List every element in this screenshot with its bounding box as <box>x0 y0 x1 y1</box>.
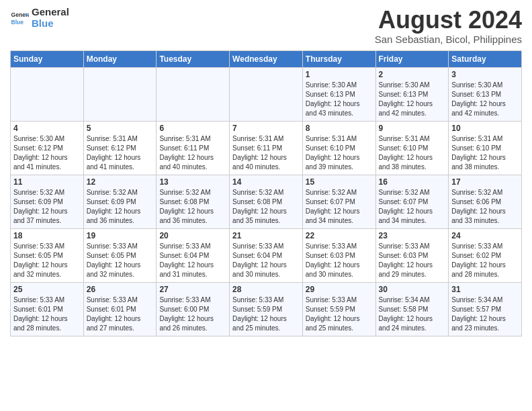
weekday-header: Saturday <box>449 50 522 67</box>
calendar-cell: 21 Sunrise: 5:33 AM Sunset: 6:04 PM Dayl… <box>230 228 303 282</box>
calendar-cell <box>83 67 157 121</box>
calendar-cell: 28 Sunrise: 5:33 AM Sunset: 5:59 PM Dayl… <box>230 282 303 336</box>
calendar-week-row: 4 Sunrise: 5:30 AM Sunset: 6:12 PM Dayli… <box>11 121 522 175</box>
day-detail: Sunrise: 5:31 AM Sunset: 6:10 PM Dayligh… <box>306 134 373 172</box>
weekday-header: Sunday <box>11 50 84 67</box>
weekday-header-row: SundayMondayTuesdayWednesdayThursdayFrid… <box>11 50 522 67</box>
calendar-cell: 16 Sunrise: 5:32 AM Sunset: 6:07 PM Dayl… <box>375 175 449 228</box>
logo-general: General <box>32 7 69 18</box>
day-number: 18 <box>13 231 81 240</box>
logo-icon: General Blue <box>10 9 29 28</box>
day-detail: Sunrise: 5:33 AM Sunset: 5:59 PM Dayligh… <box>306 295 373 333</box>
calendar-cell: 7 Sunrise: 5:31 AM Sunset: 6:11 PM Dayli… <box>230 121 303 175</box>
calendar-cell: 17 Sunrise: 5:32 AM Sunset: 6:06 PM Dayl… <box>449 175 522 228</box>
weekday-header: Thursday <box>302 50 375 67</box>
calendar-cell: 4 Sunrise: 5:30 AM Sunset: 6:12 PM Dayli… <box>11 121 84 175</box>
calendar-cell: 1 Sunrise: 5:30 AM Sunset: 6:13 PM Dayli… <box>302 67 375 121</box>
day-number: 27 <box>159 285 226 294</box>
calendar-cell: 31 Sunrise: 5:34 AM Sunset: 5:57 PM Dayl… <box>449 282 522 336</box>
day-detail: Sunrise: 5:33 AM Sunset: 5:59 PM Dayligh… <box>232 295 300 333</box>
day-number: 23 <box>379 231 446 240</box>
day-detail: Sunrise: 5:32 AM Sunset: 6:09 PM Dayligh… <box>87 188 154 226</box>
day-number: 9 <box>379 124 446 133</box>
day-number: 28 <box>232 285 300 294</box>
day-detail: Sunrise: 5:34 AM Sunset: 5:57 PM Dayligh… <box>451 295 519 333</box>
day-number: 26 <box>87 285 154 294</box>
day-number: 5 <box>87 124 154 133</box>
day-number: 8 <box>306 124 373 133</box>
day-number: 6 <box>159 124 226 133</box>
day-number: 3 <box>451 70 519 79</box>
day-number: 12 <box>87 177 154 187</box>
day-detail: Sunrise: 5:31 AM Sunset: 6:12 PM Dayligh… <box>87 134 154 172</box>
calendar-cell: 2 Sunrise: 5:30 AM Sunset: 6:13 PM Dayli… <box>375 67 449 121</box>
calendar-week-row: 11 Sunrise: 5:32 AM Sunset: 6:09 PM Dayl… <box>11 175 522 228</box>
day-detail: Sunrise: 5:33 AM Sunset: 6:03 PM Dayligh… <box>379 242 446 279</box>
calendar-cell: 12 Sunrise: 5:32 AM Sunset: 6:09 PM Dayl… <box>83 175 157 228</box>
day-detail: Sunrise: 5:33 AM Sunset: 6:04 PM Dayligh… <box>232 242 300 279</box>
weekday-header: Friday <box>375 50 449 67</box>
day-detail: Sunrise: 5:33 AM Sunset: 6:01 PM Dayligh… <box>87 295 154 333</box>
calendar-cell: 25 Sunrise: 5:33 AM Sunset: 6:01 PM Dayl… <box>11 282 84 336</box>
month-title: August 2024 <box>375 7 522 34</box>
calendar-cell: 11 Sunrise: 5:32 AM Sunset: 6:09 PM Dayl… <box>11 175 84 228</box>
day-number: 2 <box>379 70 446 79</box>
day-number: 22 <box>306 231 373 240</box>
calendar-cell: 22 Sunrise: 5:33 AM Sunset: 6:03 PM Dayl… <box>302 228 375 282</box>
day-detail: Sunrise: 5:33 AM Sunset: 6:05 PM Dayligh… <box>87 242 154 279</box>
day-number: 31 <box>451 285 519 294</box>
calendar-cell: 14 Sunrise: 5:32 AM Sunset: 6:08 PM Dayl… <box>230 175 303 228</box>
weekday-header: Tuesday <box>157 50 230 67</box>
calendar-week-row: 1 Sunrise: 5:30 AM Sunset: 6:13 PM Dayli… <box>11 67 522 121</box>
day-detail: Sunrise: 5:32 AM Sunset: 6:07 PM Dayligh… <box>379 188 446 226</box>
calendar-cell: 6 Sunrise: 5:31 AM Sunset: 6:11 PM Dayli… <box>157 121 230 175</box>
svg-text:Blue: Blue <box>11 18 24 25</box>
calendar-cell: 8 Sunrise: 5:31 AM Sunset: 6:10 PM Dayli… <box>302 121 375 175</box>
day-detail: Sunrise: 5:34 AM Sunset: 5:58 PM Dayligh… <box>379 295 446 333</box>
calendar-cell: 30 Sunrise: 5:34 AM Sunset: 5:58 PM Dayl… <box>375 282 449 336</box>
day-number: 11 <box>13 177 81 187</box>
weekday-header: Wednesday <box>230 50 303 67</box>
day-number: 17 <box>451 177 519 187</box>
calendar-cell: 18 Sunrise: 5:33 AM Sunset: 6:05 PM Dayl… <box>11 228 84 282</box>
calendar-week-row: 18 Sunrise: 5:33 AM Sunset: 6:05 PM Dayl… <box>11 228 522 282</box>
weekday-header: Monday <box>83 50 157 67</box>
day-detail: Sunrise: 5:32 AM Sunset: 6:07 PM Dayligh… <box>306 188 373 226</box>
day-detail: Sunrise: 5:32 AM Sunset: 6:08 PM Dayligh… <box>232 188 300 226</box>
location-subtitle: San Sebastian, Bicol, Philippines <box>375 34 522 45</box>
day-number: 10 <box>451 124 519 133</box>
page-header: General Blue General Blue August 2024 Sa… <box>10 7 522 45</box>
day-number: 16 <box>379 177 446 187</box>
day-number: 21 <box>232 231 300 240</box>
calendar-cell: 20 Sunrise: 5:33 AM Sunset: 6:04 PM Dayl… <box>157 228 230 282</box>
day-detail: Sunrise: 5:30 AM Sunset: 6:13 PM Dayligh… <box>379 81 446 118</box>
day-detail: Sunrise: 5:33 AM Sunset: 6:03 PM Dayligh… <box>306 242 373 279</box>
day-detail: Sunrise: 5:30 AM Sunset: 6:13 PM Dayligh… <box>451 81 519 118</box>
calendar-cell: 5 Sunrise: 5:31 AM Sunset: 6:12 PM Dayli… <box>83 121 157 175</box>
calendar-cell: 15 Sunrise: 5:32 AM Sunset: 6:07 PM Dayl… <box>302 175 375 228</box>
calendar-cell <box>157 67 230 121</box>
calendar-cell: 26 Sunrise: 5:33 AM Sunset: 6:01 PM Dayl… <box>83 282 157 336</box>
calendar-cell: 9 Sunrise: 5:31 AM Sunset: 6:10 PM Dayli… <box>375 121 449 175</box>
day-number: 13 <box>159 177 226 187</box>
day-detail: Sunrise: 5:31 AM Sunset: 6:10 PM Dayligh… <box>451 134 519 172</box>
day-detail: Sunrise: 5:33 AM Sunset: 6:00 PM Dayligh… <box>159 295 226 333</box>
day-number: 30 <box>379 285 446 294</box>
calendar-cell: 29 Sunrise: 5:33 AM Sunset: 5:59 PM Dayl… <box>302 282 375 336</box>
calendar-week-row: 25 Sunrise: 5:33 AM Sunset: 6:01 PM Dayl… <box>11 282 522 336</box>
day-number: 1 <box>306 70 373 79</box>
calendar-cell: 27 Sunrise: 5:33 AM Sunset: 6:00 PM Dayl… <box>157 282 230 336</box>
day-number: 14 <box>232 177 300 187</box>
calendar-cell: 24 Sunrise: 5:33 AM Sunset: 6:02 PM Dayl… <box>449 228 522 282</box>
calendar-cell: 19 Sunrise: 5:33 AM Sunset: 6:05 PM Dayl… <box>83 228 157 282</box>
day-number: 19 <box>87 231 154 240</box>
day-detail: Sunrise: 5:31 AM Sunset: 6:11 PM Dayligh… <box>159 134 226 172</box>
day-number: 20 <box>159 231 226 240</box>
calendar-cell: 13 Sunrise: 5:32 AM Sunset: 6:08 PM Dayl… <box>157 175 230 228</box>
day-number: 24 <box>451 231 519 240</box>
day-number: 15 <box>306 177 373 187</box>
day-number: 4 <box>13 124 81 133</box>
day-detail: Sunrise: 5:32 AM Sunset: 6:06 PM Dayligh… <box>451 188 519 226</box>
day-detail: Sunrise: 5:31 AM Sunset: 6:10 PM Dayligh… <box>379 134 446 172</box>
day-detail: Sunrise: 5:33 AM Sunset: 6:02 PM Dayligh… <box>451 242 519 279</box>
